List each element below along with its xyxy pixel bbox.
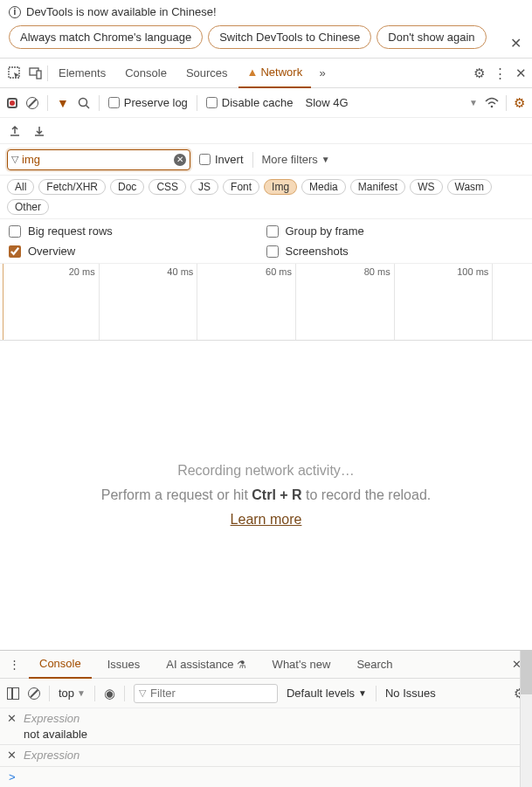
drawer-tab-ai[interactable]: AI assistance⚗ [155,651,256,679]
live-expression-row: ✕ Expression [0,745,532,767]
live-expression-row: ✕ Expression not available [0,708,532,745]
console-sidebar-icon[interactable] [7,687,19,700]
hint-text: Perform a request or hit Ctrl + R to rec… [101,487,432,503]
kebab-menu-icon[interactable]: ⋮ [494,66,507,81]
record-button[interactable] [7,98,17,108]
type-filter-fetch-xhr[interactable]: Fetch/XHR [38,179,106,195]
type-filter-ws[interactable]: WS [410,179,442,195]
scrollbar[interactable] [520,651,532,787]
drawer-tab-console[interactable]: Console [29,650,92,679]
expression-placeholder[interactable]: Expression [24,712,525,725]
search-icon[interactable] [78,97,90,109]
close-devtools-icon[interactable]: ✕ [515,66,527,81]
filter-input[interactable] [22,153,174,166]
remove-expression-icon[interactable]: ✕ [7,749,17,763]
close-notification-icon[interactable]: ✕ [510,35,522,52]
filter-input-wrapper[interactable]: ▽ ✕ [7,149,190,170]
recording-text: Recording network activity… [177,463,355,479]
console-toolbar: top ▼ ◉ ▽ Default levels ▼ No Issues ⚙ [0,679,532,708]
type-filter-other[interactable]: Other [7,199,49,215]
drawer-tab-search[interactable]: Search [346,651,403,678]
expression-value: not available [24,728,525,741]
svg-line-4 [86,105,89,108]
remove-expression-icon[interactable]: ✕ [7,712,17,726]
drawer-tabs: ⋮ Console Issues AI assistance⚗ What's n… [0,651,532,679]
drawer-menu-icon[interactable]: ⋮ [5,658,24,671]
clear-button[interactable] [26,97,38,109]
filter-row: ▽ ✕ Invert More filters ▼ [0,144,532,176]
switch-to-chinese-button[interactable]: Switch DevTools to Chinese [208,25,371,49]
import-har-icon[interactable] [33,125,45,137]
overview-checkbox[interactable]: Overview [9,245,266,258]
network-toolbar: ▼ Preserve log Disable cache Slow 4G ▼ ⚙ [0,88,532,118]
type-filter-wasm[interactable]: Wasm [447,179,493,195]
device-toolbar-icon[interactable] [26,66,45,80]
inspect-element-icon[interactable] [5,66,24,80]
clear-filter-icon[interactable]: ✕ [174,154,186,166]
flask-icon: ⚗ [237,659,246,671]
timeline-label: 20 ms [69,266,99,277]
type-filter-css[interactable]: CSS [149,179,186,195]
svg-point-3 [79,98,86,106]
context-selector[interactable]: top ▼ [59,687,86,700]
type-filter-js[interactable]: JS [190,179,218,195]
funnel-icon: ▽ [139,687,146,699]
dont-show-again-button[interactable]: Don't show again [377,25,486,49]
live-expression-icon[interactable]: ◉ [104,686,115,701]
invert-checkbox[interactable]: Invert [199,153,244,166]
svg-rect-2 [37,71,41,79]
notification-title: DevTools is now available in Chinese! [26,5,217,18]
always-match-language-button[interactable]: Always match Chrome's language [9,25,203,49]
network-options: Big request rows Overview Group by frame… [0,219,532,264]
type-filter-font[interactable]: Font [223,179,259,195]
language-notification: i DevTools is now available in Chinese! … [0,0,532,59]
drawer-tab-issues[interactable]: Issues [97,651,151,678]
info-icon: i [9,6,21,18]
type-filter-doc[interactable]: Doc [110,179,144,195]
tab-sources[interactable]: Sources [177,59,237,87]
import-export-bar [0,118,532,144]
more-tabs-icon[interactable]: » [313,66,332,79]
funnel-icon: ▽ [11,154,18,165]
group-by-frame-checkbox[interactable]: Group by frame [266,224,524,238]
disable-cache-checkbox[interactable]: Disable cache [206,96,294,109]
tab-elements[interactable]: Elements [50,59,114,87]
timeline-label: 60 ms [266,266,295,277]
timeline-label: 80 ms [364,266,394,277]
tab-network[interactable]: ▲Network [238,58,312,88]
throttling-select[interactable]: Slow 4G [306,96,349,109]
type-filter-all[interactable]: All [7,179,34,195]
drawer-tab-whatsnew[interactable]: What's new [262,651,342,678]
more-filters-dropdown[interactable]: More filters ▼ [262,153,330,166]
network-conditions-icon[interactable] [485,97,499,109]
type-filter-img[interactable]: Img [264,179,297,195]
type-filter-media[interactable]: Media [301,179,346,195]
drawer: ⋮ Console Issues AI assistance⚗ What's n… [0,650,532,787]
big-request-rows-checkbox[interactable]: Big request rows [9,224,266,238]
clear-console-icon[interactable] [28,687,40,700]
timeline-overview[interactable]: 20 ms40 ms60 ms80 ms100 ms [0,264,532,341]
timeline-label: 100 ms [457,266,492,277]
expression-placeholder[interactable]: Expression [24,749,525,762]
timeline-label: 40 ms [167,266,197,277]
empty-state: Recording network activity… Perform a re… [0,341,532,650]
filter-toggle-icon[interactable]: ▼ [57,96,69,110]
type-filter-manifest[interactable]: Manifest [350,179,405,195]
log-levels-dropdown[interactable]: Default levels ▼ [287,687,367,700]
warning-icon: ▲ [247,58,259,86]
svg-point-5 [491,105,494,107]
no-issues-link[interactable]: No Issues [385,687,436,700]
tab-console[interactable]: Console [116,59,176,87]
settings-icon[interactable]: ⚙ [473,66,485,81]
export-har-icon[interactable] [9,125,21,137]
screenshots-checkbox[interactable]: Screenshots [266,245,524,258]
console-filter-wrapper[interactable]: ▽ [134,684,278,703]
main-tabs: Elements Console Sources ▲Network » ⚙ ⋮ … [0,59,532,88]
console-filter-input[interactable] [150,687,273,700]
console-prompt[interactable]: > [0,767,532,787]
throttling-dropdown-icon[interactable]: ▼ [469,98,478,107]
learn-more-link[interactable]: Learn more [231,512,302,528]
network-settings-icon[interactable]: ⚙ [514,95,525,111]
resource-type-filters: AllFetch/XHRDocCSSJSFontImgMediaManifest… [0,176,532,219]
preserve-log-checkbox[interactable]: Preserve log [108,96,188,109]
